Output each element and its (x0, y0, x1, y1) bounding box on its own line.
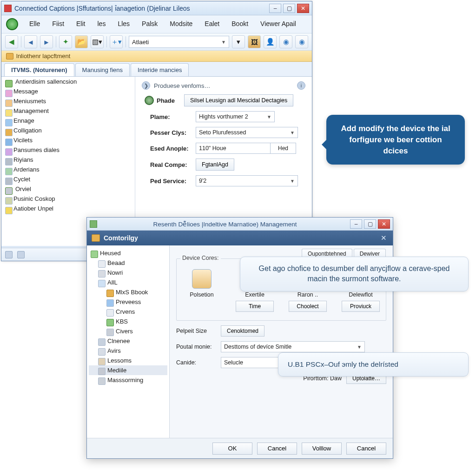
tree-item[interactable]: Masssorming (89, 375, 167, 385)
menu-fiist[interactable]: Fiist (46, 18, 70, 30)
close-button[interactable]: ✕ (297, 4, 309, 13)
address-combo[interactable]: Atlaeti ▼ (129, 36, 229, 48)
time-button[interactable]: Time (236, 301, 274, 312)
tree-item[interactable]: Pusinic Coskop (5, 194, 135, 204)
cancel-button-2[interactable]: Cancel (346, 443, 386, 455)
dialog-tree[interactable]: Heused Beaad Nowri AllL MlxS Bbook Preve… (87, 245, 170, 438)
tree-item[interactable]: Preveess (89, 297, 167, 307)
flag-icon[interactable] (17, 251, 25, 258)
menu-lles[interactable]: Lles (112, 18, 135, 30)
tree-root[interactable]: Antierdisim sallencsion (5, 77, 135, 86)
menu-ealet[interactable]: Ealet (199, 18, 225, 30)
add-button[interactable]: ＋▾ (110, 35, 123, 48)
canide-label: Canide: (176, 359, 216, 366)
tree-item[interactable]: Aatiober Unpel (5, 204, 135, 213)
plame-select[interactable]: Hights vorthumer 2 ▼ (196, 111, 275, 122)
globe-icon[interactable] (6, 18, 18, 30)
tree-item[interactable]: KBS (89, 317, 167, 326)
dialog-minimize-button[interactable]: – (350, 219, 362, 229)
callout-dark: Add modify the device the ial forfigure … (326, 115, 465, 165)
menu-elit[interactable]: Elit (71, 18, 91, 30)
tree-item[interactable]: Avirs (89, 346, 167, 356)
tree-item[interactable]: Lessoms (89, 356, 167, 365)
tree-item[interactable]: Pansumes diales (5, 145, 135, 155)
pin-icon[interactable] (5, 251, 13, 258)
chevron-down-icon: ▼ (267, 114, 271, 119)
folder-icon (6, 53, 13, 60)
tree-item[interactable]: Nowri (89, 268, 167, 278)
plame-value: Hights vorthumer 2 (199, 113, 248, 120)
cenoktomed-button[interactable]: Cenoktomed (221, 325, 264, 337)
dialog-titlebar: Resenth Dễlioes |Indeltive Marnatioe) Ma… (87, 218, 393, 231)
phade-button[interactable]: Silsel Leusign adl Mescidal Dectagies (184, 94, 293, 106)
tab-manusing[interactable]: Manusing fiens (75, 63, 130, 76)
tree-item[interactable]: Crvens (89, 307, 167, 317)
help-button[interactable]: ◉ (279, 35, 292, 48)
phade-row: Phade Silsel Leusign adl Mescidal Dectag… (145, 94, 305, 106)
titlebar: Connectiod Captions |Sffutartions| ỉanag… (1, 1, 312, 15)
tree-item[interactable]: Ennage (5, 116, 135, 126)
user-button[interactable]: 👤 (264, 35, 277, 48)
tree-item[interactable]: Meniusmets (5, 96, 135, 106)
tree-item[interactable]: Clnenee (89, 336, 167, 346)
menu-elle[interactable]: Elle (24, 18, 46, 30)
tree-item[interactable]: Management (5, 106, 135, 116)
ok-button[interactable]: OK (212, 443, 252, 455)
menu-bookt[interactable]: Bookt (226, 18, 254, 30)
tree-item[interactable]: Beaad (89, 258, 167, 268)
tree-item[interactable]: Colligation (5, 126, 135, 135)
tree-item[interactable]: Cyclet (5, 174, 135, 184)
window-title: Connectiod Captions |Sffutartions| ỉanag… (14, 5, 269, 12)
proviuck-button[interactable]: Proviuck (342, 301, 380, 312)
tree-item[interactable]: MlxS Bbook (89, 287, 167, 297)
back-button[interactable]: ◀ (5, 35, 18, 48)
poutal-select[interactable]: Desttoms of devíce Smitle ▼ (221, 341, 365, 352)
volllow-button[interactable]: Volllow (302, 443, 342, 455)
tree-item-selected[interactable]: Mediile (89, 365, 167, 375)
dialog-maximize-button[interactable]: ▢ (364, 219, 376, 229)
tab-interide[interactable]: Interide mancies (131, 63, 189, 76)
dialog-close-button[interactable]: ✕ (378, 219, 390, 229)
row-esed: Esed Anople: 110" Houe Hed (150, 143, 305, 154)
real-button[interactable]: FgtanlAgd (196, 159, 234, 171)
tree-item[interactable]: Riyians (5, 155, 135, 165)
dialog-window: Resenth Dễlioes |Indeltive Marnatioe) Ma… (86, 217, 393, 459)
menu-les[interactable]: les (92, 18, 111, 30)
choolect-button[interactable]: Choolect (289, 301, 327, 312)
info-icon[interactable]: i (297, 81, 305, 90)
menu-modsite[interactable]: Modsite (164, 18, 198, 30)
separator (106, 36, 107, 47)
tree-item[interactable]: Vicilets (5, 135, 135, 145)
minimize-button[interactable]: – (269, 4, 281, 13)
esed-unit: Hed (270, 143, 296, 154)
tree-item[interactable]: Orviel (5, 184, 135, 194)
pesser-select[interactable]: Seto Plurufesssed ▼ (196, 127, 298, 138)
tree-item[interactable]: AllL (89, 278, 167, 287)
info-button[interactable]: ◉ (295, 35, 308, 48)
user-photo-button[interactable]: 🖼 (248, 35, 261, 48)
esed-input[interactable]: 110" Houe (196, 143, 270, 154)
pesser-value: Seto Plurufesssed (199, 129, 246, 136)
poutal-row: Poutal monie: Desttoms of devíce Smitle … (176, 341, 386, 352)
open-button[interactable]: 📂 (75, 35, 88, 48)
combo-drop-button[interactable]: ▾ (232, 35, 245, 48)
tree-item[interactable]: Arderians (5, 165, 135, 174)
ped-select[interactable]: 9'2 ▼ (196, 175, 298, 186)
options-button[interactable]: ▧▾ (91, 35, 104, 48)
tree-root[interactable]: Heused (89, 248, 167, 258)
icon-polsetion[interactable]: Polsetion (183, 269, 220, 312)
refresh-button[interactable]: ✦ (59, 35, 72, 48)
nav-next-button[interactable]: ► (40, 35, 53, 48)
pesser-label: Pesser Clys: (150, 129, 191, 136)
band-close-icon[interactable]: ✕ (379, 233, 388, 243)
tree-item[interactable]: Civers (89, 326, 167, 336)
menu-palsk[interactable]: Palsk (136, 18, 163, 30)
gear-icon (145, 96, 154, 105)
cancel-button[interactable]: Cancel (257, 443, 297, 455)
tree-item[interactable]: Message (5, 86, 135, 96)
breadcrumb-bar: lnliothenr lapcftment (1, 51, 312, 62)
maximize-button[interactable]: ▢ (283, 4, 295, 13)
nav-prev-button[interactable]: ◄ (24, 35, 37, 48)
menu-viewer[interactable]: Viewer Apail (255, 18, 302, 30)
tab-noturenen[interactable]: ITVMS. (Noturenen) (4, 63, 74, 76)
